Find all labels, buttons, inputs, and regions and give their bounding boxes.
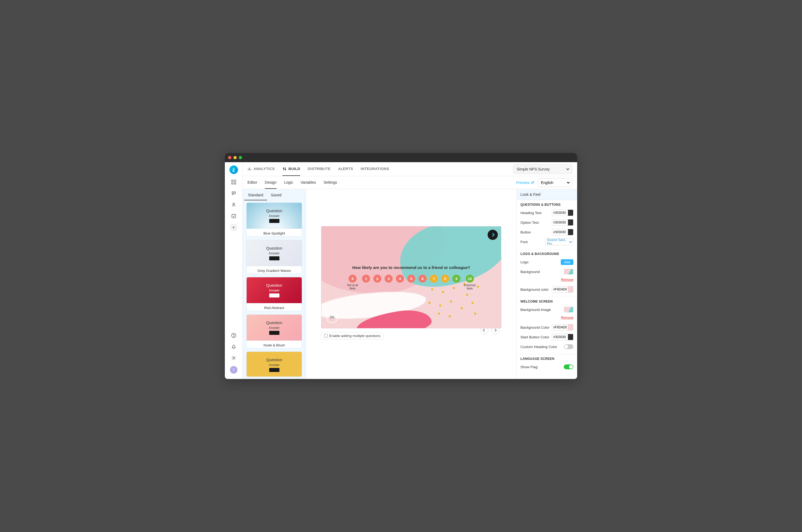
external-link-icon (531, 181, 534, 184)
dashboard-icon[interactable] (230, 179, 237, 185)
color-hex-input[interactable] (552, 287, 568, 291)
section-title: LOGO & BACKGROUND (520, 252, 573, 256)
template-preview: Question Answer (247, 352, 302, 377)
nav-alerts[interactable]: ALERTS (338, 162, 353, 176)
heading-color-input[interactable] (552, 210, 573, 216)
nps-option-6[interactable]: 6 (419, 274, 426, 283)
enable-multiple-checkbox[interactable]: Enable adding multiple questions (321, 332, 383, 339)
field-label: Background (520, 270, 540, 274)
tab-standard[interactable]: Standard (244, 189, 267, 201)
template-card[interactable]: Question Answer Nude & Blush (246, 315, 302, 348)
color-swatch[interactable] (568, 334, 573, 340)
nps-option-2[interactable]: 2 (373, 274, 381, 283)
template-card[interactable]: Question Answer Grey Gradient Waves (246, 240, 302, 274)
template-label: Grey Gradient Waves (247, 266, 302, 274)
window-zoom-icon[interactable] (239, 156, 242, 159)
template-a: Answer (269, 363, 280, 367)
nav-label: DISTRIBUTE (308, 167, 330, 171)
font-selector[interactable]: Source Sans Pro (545, 238, 573, 245)
color-swatch[interactable] (568, 210, 573, 216)
section-title: QUESTIONS & BUTTONS (520, 203, 573, 207)
chevron-down-icon (569, 240, 572, 243)
custom-heading-toggle[interactable] (564, 344, 573, 349)
add-logo-button[interactable]: Add (561, 259, 573, 265)
nps-option-8[interactable]: 8 (441, 274, 449, 283)
subnav-editor[interactable]: Editor (247, 176, 257, 189)
contacts-icon[interactable] (230, 202, 237, 208)
next-button[interactable] (488, 230, 498, 240)
tasks-icon[interactable] (230, 213, 237, 219)
template-tabs: Standard Saved (243, 189, 306, 201)
template-card[interactable]: Question Answer Red Abstract (246, 277, 302, 311)
svg-rect-2 (232, 183, 233, 184)
color-hex-input[interactable] (552, 325, 568, 329)
svg-rect-1 (234, 180, 236, 182)
template-list[interactable]: Question Answer Blue Spotlight Question … (243, 201, 306, 379)
nps-option-1[interactable]: 1 (362, 274, 370, 283)
color-hex-input[interactable] (552, 211, 568, 215)
color-hex-input[interactable] (552, 230, 568, 234)
template-button-preview (269, 219, 280, 223)
subnav-design[interactable]: Design (265, 176, 277, 189)
canvas-area: How likely are you to recommend us to a … (306, 189, 516, 379)
color-hex-input[interactable] (552, 221, 568, 224)
option-color-input[interactable] (552, 219, 573, 226)
nps-option-3[interactable]: 3 (385, 274, 393, 283)
template-card[interactable]: Question Answer (246, 352, 302, 377)
brand-logo-icon[interactable]: z (229, 166, 238, 174)
template-card[interactable]: Question Answer Blue Spotlight (246, 203, 302, 237)
help-icon[interactable] (230, 332, 237, 339)
tab-saved[interactable]: Saved (267, 189, 285, 201)
subnav-settings[interactable]: Settings (324, 176, 337, 189)
startbtn-color-input[interactable] (552, 334, 573, 340)
template-q: Question (266, 246, 282, 250)
survey-question: How likely are you to recommend us to a … (352, 265, 470, 270)
section-language-screen: LANGUAGE SCREEN Show Flag (517, 354, 577, 374)
nav-analytics[interactable]: ANALYTICS (247, 162, 275, 176)
notifications-icon[interactable] (230, 343, 237, 350)
language-value: English (541, 180, 553, 185)
chevron-left-icon (483, 329, 486, 331)
color-swatch[interactable] (568, 324, 573, 330)
template-q: Question (266, 320, 282, 325)
color-swatch[interactable] (568, 229, 573, 235)
bgcolor-input[interactable] (552, 286, 573, 292)
survey-selector[interactable]: Simple NPS Survey (513, 164, 572, 174)
nps-option-0[interactable]: 0 (348, 274, 357, 283)
template-preview: Question Answer (247, 240, 302, 266)
content-area: ANALYTICS BUILD DISTRIBUTE ALERTS INTEGR… (243, 162, 577, 379)
conversations-icon[interactable] (230, 190, 237, 196)
survey-name: Simple NPS Survey (517, 167, 550, 171)
welcome-bgcolor-input[interactable] (552, 324, 573, 330)
subnav-variables[interactable]: Variables (301, 176, 316, 189)
color-hex-input[interactable] (552, 335, 568, 339)
language-selector[interactable]: English (538, 178, 572, 187)
button-color-input[interactable] (552, 229, 573, 235)
nav-integrations[interactable]: INTEGRATIONS (361, 162, 389, 176)
nav-distribute[interactable]: DISTRIBUTE (308, 162, 330, 176)
nps-option-5[interactable]: 5 (407, 274, 415, 283)
color-swatch[interactable] (568, 220, 573, 225)
color-swatch[interactable] (568, 286, 573, 292)
settings-icon[interactable] (230, 355, 237, 361)
remove-bg-link[interactable]: Remove (561, 278, 573, 282)
nps-option-4[interactable]: 4 (396, 274, 404, 283)
nav-label: ALERTS (338, 167, 353, 171)
enable-multiple-input[interactable] (324, 334, 328, 338)
show-flag-toggle[interactable] (564, 364, 573, 369)
add-button[interactable]: + (230, 224, 237, 231)
nav-build[interactable]: BUILD (282, 162, 301, 176)
user-avatar[interactable]: T (230, 366, 237, 374)
nps-option-10[interactable]: 10 (466, 274, 474, 283)
nps-option-9[interactable]: 9 (452, 274, 460, 283)
section-title: LANGUAGE SCREEN (520, 357, 573, 361)
subnav-logic[interactable]: Logic (284, 176, 293, 189)
window-close-icon[interactable] (228, 156, 231, 159)
nps-option-7[interactable]: 7 (430, 274, 438, 283)
enable-multiple-label: Enable adding multiple questions (329, 334, 381, 338)
window-minimize-icon[interactable] (233, 156, 237, 159)
preview-link[interactable]: Preview (516, 180, 534, 185)
remove-welcome-bg-link[interactable]: Remove (561, 316, 573, 320)
nps-block: How likely are you to recommend us to a … (321, 265, 501, 290)
nav-label: INTEGRATIONS (361, 167, 389, 171)
